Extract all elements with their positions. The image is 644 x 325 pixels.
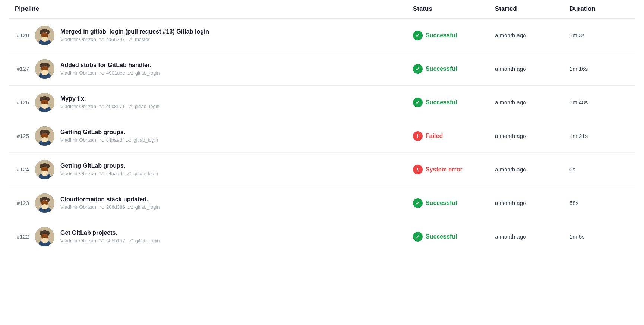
svg-point-51 (41, 137, 48, 142)
pipeline-info: Getting GitLab groups. Vladimir Obrizan … (60, 162, 158, 176)
commit-icon: ⌥ (98, 204, 104, 210)
svg-point-61 (40, 164, 43, 168)
pipeline-title[interactable]: Cloudformation stack updated. (60, 196, 160, 203)
branch-name: gitlab_login (135, 204, 160, 210)
pipeline-cell: #123 Cloudformation stack updated. Vladi… (15, 193, 413, 213)
status-icon: ✓ (413, 98, 423, 107)
table-row[interactable]: #126 Mypy fix. Vladimir Obrizan ⌥ e5c857… (9, 86, 635, 119)
avatar (35, 160, 54, 179)
pipeline-info: Cloudformation stack updated. Vladimir O… (60, 196, 160, 210)
table-row[interactable]: #122 Get GitLab projects. Vladimir Obriz… (9, 220, 635, 253)
status-cell: ✓ Successful (413, 64, 495, 74)
branch-name: gitlab_login (133, 137, 158, 143)
status-text: Failed (426, 133, 443, 139)
pipeline-info: Getting GitLab groups. Vladimir Obrizan … (60, 129, 158, 143)
pipeline-cell: #127 Added stubs for GitLab handler. Vla… (15, 59, 413, 79)
pipeline-id: #128 (15, 32, 29, 38)
pipeline-meta: Vladimir Obrizan ⌥ 4901dee ⎇ gitlab_logi… (60, 70, 160, 76)
branch-icon: ⎇ (126, 171, 131, 176)
commit-icon: ⌥ (98, 104, 104, 109)
status-cell: ✓ Successful (413, 31, 495, 40)
started-cell: a month ago (495, 133, 569, 139)
author-name: Vladimir Obrizan (60, 171, 96, 176)
status-cell: ✓ Successful (413, 198, 495, 208)
pipeline-cell: #122 Get GitLab projects. Vladimir Obriz… (15, 227, 413, 246)
table-header: Pipeline Status Started Duration (9, 0, 635, 19)
status-icon: ✓ (413, 198, 423, 208)
status-icon: ✓ (413, 31, 423, 40)
svg-point-49 (47, 130, 50, 135)
pipeline-id: #125 (15, 133, 29, 139)
pipeline-id: #126 (15, 99, 29, 105)
svg-point-38 (41, 104, 48, 109)
status-icon: ✓ (413, 64, 423, 74)
duration-cell: 0s (569, 166, 629, 173)
status-icon: ✓ (413, 232, 423, 242)
svg-point-12 (41, 37, 48, 42)
pipeline-id: #127 (15, 66, 29, 72)
avatar (35, 193, 54, 213)
pipeline-cell: #126 Mypy fix. Vladimir Obrizan ⌥ e5c857… (15, 93, 413, 112)
author-name: Vladimir Obrizan (60, 204, 96, 210)
pipeline-meta: Vladimir Obrizan ⌥ c4baadf ⎇ gitlab_logi… (60, 137, 158, 143)
pipeline-title[interactable]: Getting GitLab groups. (60, 129, 158, 136)
pipeline-title[interactable]: Getting GitLab groups. (60, 162, 158, 169)
started-cell: a month ago (495, 66, 569, 72)
avatar (35, 126, 54, 146)
pipeline-info: Get GitLab projects. Vladimir Obrizan ⌥ … (60, 230, 160, 243)
table-row[interactable]: #127 Added stubs for GitLab handler. Vla… (9, 52, 635, 86)
pipeline-id: #124 (15, 166, 29, 173)
svg-point-48 (40, 130, 43, 135)
branch-icon: ⎇ (127, 204, 133, 210)
author-name: Vladimir Obrizan (60, 104, 96, 109)
svg-point-35 (40, 97, 43, 101)
started-cell: a month ago (495, 32, 569, 38)
branch-name: gitlab_login (133, 171, 158, 176)
status-cell: ✓ Successful (413, 98, 495, 107)
status-icon: ! (413, 165, 423, 174)
commit-hash: ca66207 (106, 37, 125, 42)
duration-cell: 1m 3s (569, 32, 629, 38)
status-icon: ! (413, 131, 423, 141)
pipeline-title[interactable]: Merged in gitlab_login (pull request #13… (60, 28, 209, 35)
author-name: Vladimir Obrizan (60, 238, 96, 243)
branch-icon: ⎇ (127, 37, 133, 42)
commit-icon: ⌥ (98, 171, 104, 176)
header-pipeline: Pipeline (15, 5, 413, 13)
duration-cell: 1m 5s (569, 233, 629, 240)
status-cell: ✓ Successful (413, 232, 495, 242)
pipeline-title[interactable]: Mypy fix. (60, 95, 160, 102)
svg-point-90 (41, 238, 48, 243)
svg-point-9 (40, 30, 43, 34)
status-text: Successful (426, 66, 457, 72)
branch-icon: ⎇ (126, 137, 131, 143)
header-status: Status (413, 5, 495, 13)
author-name: Vladimir Obrizan (60, 137, 96, 143)
commit-hash: c4baadf (106, 137, 123, 143)
table-row[interactable]: #125 Getting GitLab groups. Vladimir Obr… (9, 119, 635, 153)
status-text: Successful (426, 99, 457, 106)
commit-hash: c4baadf (106, 171, 123, 176)
commit-icon: ⌥ (98, 70, 104, 76)
pipeline-title[interactable]: Added stubs for GitLab handler. (60, 62, 160, 69)
duration-cell: 1m 16s (569, 66, 629, 72)
table-row[interactable]: #124 Getting GitLab groups. Vladimir Obr… (9, 153, 635, 186)
pipeline-id: #123 (15, 200, 29, 206)
svg-point-10 (47, 30, 50, 34)
svg-point-25 (41, 70, 48, 75)
pipeline-cell: #128 Merged in gitlab_login (pull reques… (15, 26, 413, 45)
table-row[interactable]: #123 Cloudformation stack updated. Vladi… (9, 186, 635, 220)
pipeline-info: Mypy fix. Vladimir Obrizan ⌥ e5c8571 ⎇ g… (60, 95, 160, 109)
pipeline-title[interactable]: Get GitLab projects. (60, 230, 160, 236)
table-row[interactable]: #128 Merged in gitlab_login (pull reques… (9, 19, 635, 52)
pipeline-meta: Vladimir Obrizan ⌥ 505b1d7 ⎇ gitlab_logi… (60, 238, 160, 243)
pipeline-meta: Vladimir Obrizan ⌥ 206d386 ⎇ gitlab_logi… (60, 204, 160, 210)
avatar (35, 26, 54, 45)
svg-point-77 (41, 204, 48, 209)
started-cell: a month ago (495, 166, 569, 173)
pipeline-id: #122 (15, 233, 29, 240)
branch-name: master (135, 37, 150, 42)
status-text: Successful (426, 32, 457, 39)
pipeline-table: Pipeline Status Started Duration #128 Me… (0, 0, 644, 253)
status-text: Successful (426, 233, 457, 240)
